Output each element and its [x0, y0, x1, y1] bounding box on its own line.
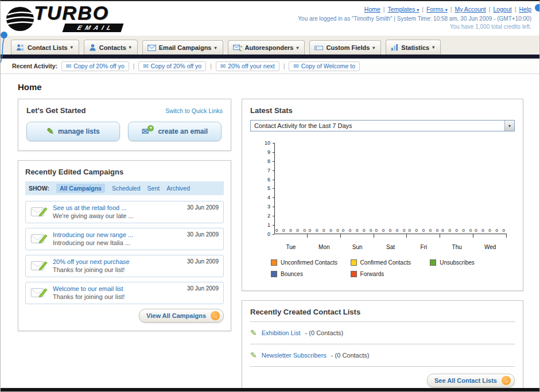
tab-label: Statistics — [401, 44, 429, 51]
get-started-title: Let's Get Started — [26, 106, 86, 115]
tab-label: Email Campaigns — [159, 44, 212, 51]
chart-y-tick: 10 — [259, 140, 273, 146]
chart-day-group: 00000Sat — [374, 143, 407, 257]
campaign-title-link[interactable]: Introducing our new range ... — [53, 231, 133, 238]
switch-quick-links-link[interactable]: Switch to Quick Links — [165, 107, 223, 114]
tab-statistics[interactable]: Statistics ▾ — [386, 40, 441, 55]
chart-y-tick: 5 — [259, 185, 273, 191]
filter-scheduled[interactable]: Scheduled — [112, 185, 141, 192]
campaign-list-item: Introducing our new range ... Introducin… — [25, 228, 224, 250]
chart-y-tick: 7 — [259, 168, 273, 173]
get-started-panel: Let's Get Started Switch to Quick Links … — [18, 99, 231, 151]
custom-fields-icon — [314, 45, 323, 51]
chart-legend: Unconfirmed ContactsConfirmed ContactsUn… — [271, 259, 512, 282]
app-logo: TURBO EMAIL — [1, 1, 122, 36]
recent-contact-lists-panel: Recently Created Contact Lists ✎ Exhibit… — [242, 300, 523, 392]
chevron-down-icon: ▾ — [296, 45, 298, 51]
recent-campaigns-panel: Recently Edited Campaigns SHOW: All Camp… — [18, 160, 231, 331]
recent-activity-item[interactable]: ✉ 20% off your next — [216, 61, 279, 71]
campaign-date: 30 Jun 2009 — [187, 231, 219, 238]
statistics-icon — [391, 44, 398, 51]
contact-list-link[interactable]: Newsletter Subscribers — [262, 352, 327, 359]
separator: | — [383, 6, 385, 13]
chevron-down-icon: ▾ — [417, 7, 419, 13]
recent-activity-link[interactable]: Copy of 20% off yo — [73, 63, 125, 69]
campaign-date: 30 Jun 2009 — [187, 285, 219, 292]
recent-activity-item[interactable]: ✉ Copy of 20% off yo — [138, 61, 206, 71]
footer-bar — [1, 388, 539, 391]
header-right: Home|Templates ▾|Forms ▾|My Account|Logo… — [298, 1, 539, 36]
legend-item: Unconfirmed Contacts — [271, 259, 351, 266]
campaign-date: 30 Jun 2009 — [187, 204, 219, 211]
page-title: Home — [18, 82, 523, 92]
nav-divider-bar — [1, 55, 539, 59]
recent-activity-link[interactable]: 20% off your next — [228, 63, 275, 69]
legend-item: Unsubscribes — [430, 259, 510, 266]
recent-activity-item[interactable]: ✉ Copy of 20% off yo — [61, 61, 129, 71]
divider — [250, 366, 515, 367]
filter-sent[interactable]: Sent — [147, 185, 160, 192]
header-link-label: Templates — [388, 6, 415, 13]
envelope-icon: ✉ — [293, 63, 298, 70]
tab-contacts[interactable]: Contacts ▾ — [84, 40, 138, 55]
chart-y-tick: 1 — [259, 222, 273, 228]
header-link-logout[interactable]: Logout — [494, 6, 512, 13]
campaign-title-link[interactable]: Welcome to our email list — [53, 285, 125, 292]
envelope-pencil-icon — [30, 205, 48, 218]
stats-period-value: Contact Activity for the Last 7 Days — [254, 122, 352, 129]
login-info: You are logged in as "Timothy Smith" | S… — [298, 15, 531, 22]
app-window: TURBO EMAIL Home|Templates ▾|Forms ▾|My … — [0, 0, 540, 392]
legend-item: Confirmed Contacts — [351, 259, 430, 266]
divider — [250, 321, 515, 322]
header-link-help[interactable]: Help — [519, 6, 531, 13]
tab-email-campaigns[interactable]: Email Campaigns ▾ — [142, 40, 223, 55]
tab-custom-fields[interactable]: Custom Fields ▾ — [309, 40, 381, 55]
contact-list-link[interactable]: Exhibition List — [262, 329, 301, 336]
contacts-icon — [89, 44, 96, 51]
logo-name: TURBO — [34, 3, 122, 22]
see-all-contact-lists-button[interactable]: See All Contact Lists → — [427, 374, 515, 387]
contact-list-count: - (0 Contacts) — [331, 352, 370, 359]
chart-y-tick: 4 — [259, 195, 273, 200]
logo-text: TURBO EMAIL — [34, 3, 122, 32]
chevron-down-icon: ▾ — [372, 45, 375, 51]
legend-item: Bounces — [271, 271, 351, 277]
tab-label: Autoresponders — [245, 44, 294, 51]
chevron-down-icon: ▾ — [129, 45, 131, 50]
recent-activity-link[interactable]: Copy of Welcome to — [301, 63, 355, 69]
separator: | — [210, 63, 212, 69]
recent-activity-link[interactable]: Copy of 20% off yo — [151, 63, 202, 69]
tab-contact-lists[interactable]: Contact Lists ▾ — [11, 40, 79, 55]
create-email-button[interactable]: ✉ + create an email — [128, 122, 222, 141]
chart-day-group: 00000Sun — [341, 143, 374, 257]
header-link-home[interactable]: Home — [364, 6, 380, 13]
header-link-templates[interactable]: Templates ▾ — [388, 6, 419, 13]
tab-autoresponders[interactable]: Autoresponders ▾ — [228, 40, 305, 55]
help-bubble-icon[interactable] — [535, 4, 540, 11]
divider — [250, 344, 515, 344]
stats-period-select[interactable]: Contact Activity for the Last 7 Days ▼ — [250, 120, 515, 131]
manage-lists-button[interactable]: ✎ manage lists — [26, 122, 120, 141]
campaign-title-link[interactable]: 20% off your next purchase — [53, 258, 130, 265]
arrow-right-icon: → — [502, 376, 511, 385]
tab-label: Custom Fields — [326, 44, 370, 51]
campaign-title-link[interactable]: See us at the retail food ... — [53, 204, 134, 211]
legend-swatch — [430, 259, 436, 266]
recent-contact-lists-title: Recently Created Contact Lists — [250, 308, 515, 316]
view-all-campaigns-button[interactable]: View All Campaigns → — [139, 309, 224, 323]
recent-activity-item[interactable]: ✉ Copy of Welcome to — [289, 61, 360, 71]
logo-tagline: EMAIL — [63, 24, 124, 32]
header-link-forms[interactable]: Forms ▾ — [426, 6, 448, 13]
header-link-my-account[interactable]: My Account — [455, 6, 486, 13]
chart-y-tick: 0 — [259, 231, 273, 237]
chevron-down-icon: ▾ — [432, 45, 434, 50]
chart-y-tick: 3 — [259, 204, 273, 209]
recent-activity-label: Recent Activity: — [12, 63, 57, 69]
envelope-icon: ✉ — [143, 63, 148, 70]
filter-all-campaigns[interactable]: All Campaigns — [56, 184, 105, 193]
campaign-list-item: Welcome to our email list Thanks for joi… — [25, 282, 224, 304]
legend-swatch — [271, 271, 277, 277]
manage-lists-label: manage lists — [58, 127, 100, 135]
chart-day-group: 00000Wed — [473, 143, 507, 257]
filter-archived[interactable]: Archived — [166, 185, 190, 192]
